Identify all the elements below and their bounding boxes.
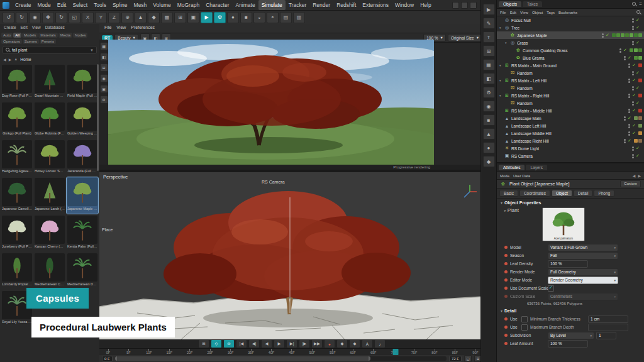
- menu-item[interactable]: Edit: [54, 0, 70, 10]
- search-input[interactable]: fall plant: [12, 48, 88, 52]
- attribute-section-tab[interactable]: Object: [552, 190, 572, 197]
- visibility-dots[interactable]: [602, 33, 604, 38]
- fold-icon[interactable]: ◱: [464, 355, 472, 362]
- asset-plant-item[interactable]: Ginkgo (Full Plant): [1, 102, 33, 138]
- simulation-cache-icon[interactable]: ◓: [267, 12, 279, 23]
- enabled-check-icon[interactable]: ✓: [628, 138, 633, 143]
- object-menu-item[interactable]: File: [500, 11, 506, 14]
- menu-item[interactable]: Render: [309, 0, 333, 10]
- ab-compare-icon[interactable]: ▦: [100, 42, 108, 50]
- enabled-check-icon[interactable]: ✓: [632, 123, 637, 128]
- expand-arrow-icon[interactable]: ▾: [499, 26, 504, 30]
- undo-icon[interactable]: ↺: [3, 12, 14, 23]
- object-tree-row[interactable]: Focus Null ✓: [497, 16, 644, 24]
- keyframe-grid-icon[interactable]: ⊞: [198, 339, 209, 348]
- prev-key-icon[interactable]: ◀|: [248, 339, 260, 348]
- keyframe-dot-icon[interactable]: [504, 334, 508, 337]
- menu-item[interactable]: Mesh: [131, 0, 150, 10]
- keyframe-mode-icon[interactable]: ◇: [211, 339, 222, 348]
- value-field[interactable]: 100 %: [548, 340, 588, 348]
- timeline-ruler[interactable]: 0F5F10F15F20F25F30F35F40F45F50F55F60F65F…: [99, 348, 484, 355]
- texture-tags[interactable]: [638, 94, 642, 97]
- asset-plant-item[interactable]: Lombardy Poplar (Full Plant): [1, 253, 33, 289]
- enabled-check-icon[interactable]: ✓: [636, 146, 641, 151]
- texture-tags[interactable]: [634, 56, 642, 60]
- asset-filter-tab[interactable]: Auto: [1, 33, 13, 38]
- dropdown[interactable]: Centimeters▾: [548, 293, 618, 300]
- asset-plant-item[interactable]: Field Maple (Full Plant): [67, 64, 98, 101]
- menu-item[interactable]: Help: [417, 0, 434, 10]
- move-tool-icon[interactable]: ✚: [42, 12, 54, 23]
- texture-tags[interactable]: [638, 131, 642, 135]
- simulation-scene-icon[interactable]: ◒: [253, 12, 265, 23]
- menu-item[interactable]: Extensions: [359, 0, 392, 10]
- menu-item[interactable]: Character: [203, 0, 232, 10]
- asset-plant-item[interactable]: Japanese Camellia (Full Plant): [1, 177, 33, 214]
- next-key-icon[interactable]: |▶: [299, 339, 310, 348]
- render-picture-viewer-icon[interactable]: ▶: [201, 12, 213, 23]
- next-frame-icon[interactable]: ▶|: [286, 339, 297, 348]
- menu-item[interactable]: Select: [69, 0, 91, 10]
- texture-tags[interactable]: [638, 124, 642, 128]
- texture-tags[interactable]: [634, 139, 642, 143]
- keyframe-dot-icon[interactable]: [504, 317, 508, 321]
- asset-scrollbar[interactable]: [97, 64, 99, 171]
- breadcrumb[interactable]: Home: [20, 57, 31, 62]
- enabled-check-icon[interactable]: ✓: [636, 70, 641, 75]
- render-view-icon[interactable]: ▣: [187, 12, 199, 23]
- asset-menu-item[interactable]: Databases: [45, 25, 65, 31]
- grid-icon[interactable]: ⊞: [483, 45, 495, 57]
- value-field[interactable]: [588, 324, 628, 331]
- asset-filter-tab[interactable]: Models: [22, 33, 38, 38]
- texture-tags[interactable]: [638, 109, 642, 112]
- play-icon[interactable]: ▶: [274, 339, 285, 348]
- range-track[interactable]: [115, 356, 447, 361]
- pointer-icon[interactable]: ▶: [483, 4, 495, 15]
- object-tree-row[interactable]: Landscape Main ✓: [497, 114, 644, 122]
- expand-arrow-icon[interactable]: ▾: [499, 79, 504, 82]
- enabled-check-icon[interactable]: ✓: [636, 85, 641, 90]
- value-field-2[interactable]: 1: [596, 332, 616, 339]
- material-manager-icon[interactable]: ●: [227, 12, 239, 23]
- asset-filter-tab[interactable]: Nodes: [73, 33, 87, 38]
- region-icon[interactable]: ▣: [100, 85, 108, 93]
- object-tree-row[interactable]: Random ✓: [497, 69, 644, 77]
- asset-filter-tab[interactable]: Materials: [38, 33, 57, 38]
- asset-plant-item[interactable]: Golden Weeping Willow (Full Plant): [67, 102, 98, 138]
- layout-icon[interactable]: [470, 2, 477, 9]
- enabled-check-icon[interactable]: ✓: [636, 25, 641, 30]
- timeline-scrubber[interactable]: [393, 349, 399, 355]
- grid-icon[interactable]: ⊞: [100, 63, 108, 72]
- key-scale-icon[interactable]: ◆: [349, 339, 360, 348]
- panel-tab[interactable]: Objects: [499, 1, 521, 7]
- menu-item[interactable]: MoGraph: [174, 0, 203, 10]
- visibility-dots[interactable]: [632, 146, 634, 151]
- text-tool-icon[interactable]: T: [483, 31, 495, 43]
- asset-plant-item[interactable]: Mediterranean Dwarf Palm (Full Plant): [67, 253, 98, 289]
- asset-plant-item[interactable]: Kentia Palm (Full Plant): [67, 215, 98, 251]
- visibility-dots[interactable]: [632, 86, 634, 90]
- keyframe-dot-icon[interactable]: [504, 270, 508, 273]
- axis-z-toggle[interactable]: Z: [108, 12, 120, 23]
- content-browser-icon[interactable]: ■: [240, 12, 252, 23]
- app-logo-icon[interactable]: [3, 2, 9, 9]
- asset-menu-item[interactable]: Edit: [21, 25, 28, 31]
- menu-item[interactable]: Volume: [150, 0, 174, 10]
- enabled-check-icon[interactable]: ✓: [636, 18, 641, 23]
- asset-plant-item[interactable]: Kanzan Cherry (Full Plant): [34, 215, 65, 251]
- array-icon[interactable]: ▦: [483, 59, 495, 70]
- menu-item[interactable]: Mode: [35, 0, 54, 10]
- object-tree-row[interactable]: ▾ Grass ✓: [497, 39, 644, 47]
- panel-tab[interactable]: Layers: [526, 165, 547, 170]
- keyframe-dot-icon[interactable]: [504, 246, 508, 249]
- asset-plant-item[interactable]: Japanese Larch (Full Plant): [34, 177, 65, 214]
- dropdown[interactable]: Variant 3 Full-Grown▾: [548, 244, 618, 251]
- axis-x-toggle[interactable]: X: [82, 12, 94, 23]
- object-tree-row[interactable]: Blue Grama ✓: [497, 54, 644, 62]
- visibility-dots[interactable]: [628, 79, 630, 83]
- keyframe-dot-icon[interactable]: [504, 254, 508, 257]
- keyframe-dot-icon[interactable]: [504, 287, 508, 290]
- enabled-check-icon[interactable]: ✓: [636, 153, 641, 158]
- attribute-section-tab[interactable]: Phong: [594, 190, 614, 197]
- plant-preview-thumbnail[interactable]: Acer palmatum: [542, 207, 585, 241]
